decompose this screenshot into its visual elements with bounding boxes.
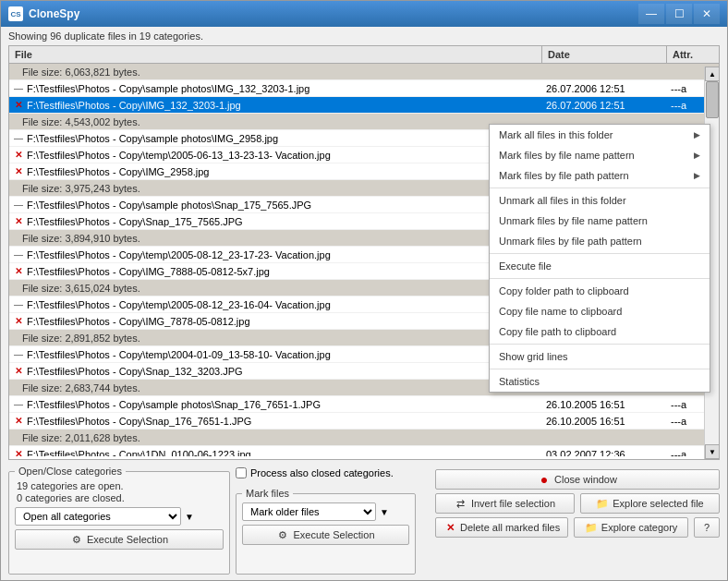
scrollbar-thumb[interactable] — [706, 81, 719, 118]
mark-files-panel: Mark files Mark older filesMark newer fi… — [236, 488, 416, 575]
center-column: Process also closed categories. Mark fil… — [236, 466, 430, 575]
context-menu-item[interactable]: Show grid lines — [490, 346, 710, 367]
ctx-item-label: Mark files by file path pattern — [499, 170, 629, 181]
context-menu-item[interactable]: Mark files by file path pattern▶ — [490, 165, 710, 186]
ctx-item-label: Copy folder path to clipboard — [499, 285, 629, 297]
ctx-item-label: Mark all files in this folder — [499, 129, 613, 140]
scrollbar-down-btn[interactable]: ▼ — [705, 444, 720, 459]
attr-cell: ---a — [667, 82, 704, 95]
mark-files-dropdown[interactable]: Mark older filesMark newer filesMark all… — [242, 502, 376, 521]
attr-col-header: Attr. — [667, 46, 704, 63]
date-col-header: Date — [542, 46, 667, 63]
context-menu-item[interactable]: Mark files by file name pattern▶ — [490, 145, 710, 165]
file-path-text: F:\Testfiles\Photos - Copy\temp\2005-08-… — [27, 249, 331, 260]
ctx-item-label: Statistics — [499, 376, 540, 387]
file-path-text: F:\Testfiles\Photos - Copy\sample photos… — [27, 133, 278, 144]
file-path-text: F:\Testfiles\Photos - Copy\temp\2004-01-… — [27, 349, 331, 360]
mark-x-icon: ✕ — [13, 216, 24, 227]
status-text: Showing 96 duplicate files in 19 categor… — [8, 30, 203, 42]
status-bar: Showing 96 duplicate files in 19 categor… — [1, 27, 727, 45]
actions-row-2: ⇄ Invert file selection 📁 Explore select… — [435, 493, 720, 514]
mark-dash-icon: — — [13, 299, 24, 310]
file-list-header: File Date Attr. — [9, 46, 719, 64]
window-close-button[interactable]: ✕ — [694, 4, 720, 24]
context-menu-separator — [490, 344, 710, 345]
mark-dash-icon: — — [13, 399, 24, 410]
context-menu-item[interactable]: Copy folder path to clipboard — [490, 281, 710, 301]
scrollbar-up-btn[interactable]: ▲ — [705, 67, 720, 81]
minimize-button[interactable]: — — [638, 4, 664, 24]
closed-stat: 0 categories are closed. — [17, 492, 224, 503]
help-btn[interactable]: ? — [694, 517, 720, 538]
actions-row-3: ✕ Delete all marked files 📁 Explore cate… — [435, 517, 720, 538]
open-close-dropdown-row: Open all categoriesClose all categories … — [15, 507, 224, 526]
context-menu-item[interactable]: Unmark all files in this folder — [490, 190, 710, 211]
file-path-cell: ✕ F:\Testfiles\Photos - Copy\Snap_175_75… — [9, 215, 542, 228]
bottom-panel: Open/Close categories 19 categories are … — [1, 460, 727, 580]
table-row[interactable]: File size: 2,011,628 bytes. — [9, 430, 719, 446]
size-row-label: File size: 3,975,243 bytes. — [9, 182, 542, 195]
table-row[interactable]: ✕ F:\Testfiles\Photos - Copy\IMG_132_320… — [9, 97, 719, 114]
title-bar: CS CloneSpy — ☐ ✕ — [1, 1, 727, 27]
mark-dash-icon: — — [13, 133, 24, 144]
ctx-item-label: Mark files by file name pattern — [499, 150, 635, 161]
explore-category-btn[interactable]: 📁 Explore category — [574, 517, 688, 538]
open-close-dropdown[interactable]: Open all categoriesClose all categories — [15, 507, 181, 526]
ctx-item-label: Copy file path to clipboard — [499, 326, 616, 337]
context-menu-item[interactable]: Execute file — [490, 256, 710, 276]
mark-x-icon: ✕ — [13, 266, 24, 277]
submenu-arrow: ▶ — [694, 151, 700, 160]
mark-dash-icon: — — [13, 249, 24, 260]
mark-x-icon: ✕ — [13, 416, 24, 427]
size-row-label: File size: 2,683,744 bytes. — [9, 381, 542, 394]
file-path-cell: — F:\Testfiles\Photos - Copy\sample phot… — [9, 82, 542, 95]
context-menu-item[interactable]: Unmark files by file path pattern — [490, 231, 710, 251]
ctx-item-label: Execute file — [499, 260, 552, 272]
context-menu-separator — [490, 188, 710, 188]
close-window-btn[interactable]: ● Close window — [435, 469, 720, 490]
table-row[interactable]: ✕ F:\Testfiles\Photos - Copy\Snap_176_76… — [9, 413, 719, 430]
mark-x-icon: ✕ — [13, 150, 24, 161]
context-menu-item[interactable]: Copy file name to clipboard — [490, 301, 710, 321]
attr-cell: ---a — [667, 398, 704, 411]
file-path-text: F:\Testfiles\Photos - Copy\1DN_0100-06-1… — [27, 449, 251, 457]
file-path-text: F:\Testfiles\Photos - Copy\IMG_7878-05-0… — [27, 316, 250, 327]
process-closed-label: Process also closed categories. — [250, 467, 394, 478]
table-row[interactable]: ✕ F:\Testfiles\Photos - Copy\1DN_0100-06… — [9, 446, 719, 456]
date-cell: 26.10.2005 16:51 — [542, 398, 667, 411]
table-row[interactable]: — F:\Testfiles\Photos - Copy\sample phot… — [9, 80, 719, 97]
process-closed-checkbox[interactable] — [236, 467, 247, 478]
open-close-execute-btn[interactable]: ⚙ Execute Selection — [15, 529, 224, 550]
file-path-cell: — F:\Testfiles\Photos - Copy\sample phot… — [9, 398, 542, 411]
table-row[interactable]: — F:\Testfiles\Photos - Copy\sample phot… — [9, 396, 719, 413]
date-cell: 03.02.2007 12:36 — [542, 448, 667, 457]
open-close-stats: 19 categories are open. 0 categories are… — [15, 480, 224, 503]
ctx-item-label: Unmark files by file path pattern — [499, 236, 642, 247]
actions-panel: ● Close window ⇄ Invert file selection 📁… — [435, 466, 720, 575]
window-controls: — ☐ ✕ — [638, 4, 720, 24]
mark-dash-icon: — — [13, 200, 24, 211]
context-menu-item[interactable]: Copy file path to clipboard — [490, 321, 710, 342]
table-row[interactable]: File size: 6,063,821 bytes. — [9, 64, 719, 80]
explore-file-btn[interactable]: 📁 Explore selected file — [580, 493, 720, 514]
invert-selection-btn[interactable]: ⇄ Invert file selection — [435, 493, 575, 514]
context-menu: Mark all files in this folder▶Mark files… — [489, 124, 710, 393]
ctx-item-label: Show grid lines — [499, 351, 568, 362]
context-menu-separator — [490, 253, 710, 254]
file-path-cell: — F:\Testfiles\Photos - Copy\temp\2005-0… — [9, 248, 542, 261]
context-menu-item[interactable]: Mark all files in this folder▶ — [490, 125, 710, 145]
context-menu-item[interactable]: Statistics — [490, 371, 710, 392]
open-close-panel: Open/Close categories 19 categories are … — [8, 466, 230, 575]
file-path-text: F:\Testfiles\Photos - Copy\Snap_132_3203… — [27, 366, 243, 377]
file-path-text: F:\Testfiles\Photos - Copy\IMG_2958.jpg — [27, 166, 209, 177]
mark-files-execute-btn[interactable]: ⚙ Execute Selection — [242, 525, 409, 545]
maximize-button[interactable]: ☐ — [666, 4, 692, 24]
file-path-cell: ✕ F:\Testfiles\Photos - Copy\IMG_7888-05… — [9, 265, 542, 278]
size-row-label: File size: 3,894,910 bytes. — [9, 232, 542, 245]
file-path-cell: ✕ F:\Testfiles\Photos - Copy\Snap_176_76… — [9, 415, 542, 428]
delete-marked-btn[interactable]: ✕ Delete all marked files — [435, 517, 568, 538]
context-menu-item[interactable]: Unmark files by file name pattern — [490, 211, 710, 231]
file-path-cell: ✕ F:\Testfiles\Photos - Copy\temp\2005-0… — [9, 149, 542, 162]
file-path-text: F:\Testfiles\Photos - Copy\temp\2005-08-… — [27, 299, 331, 310]
file-path-text: F:\Testfiles\Photos - Copy\sample photos… — [27, 83, 309, 94]
